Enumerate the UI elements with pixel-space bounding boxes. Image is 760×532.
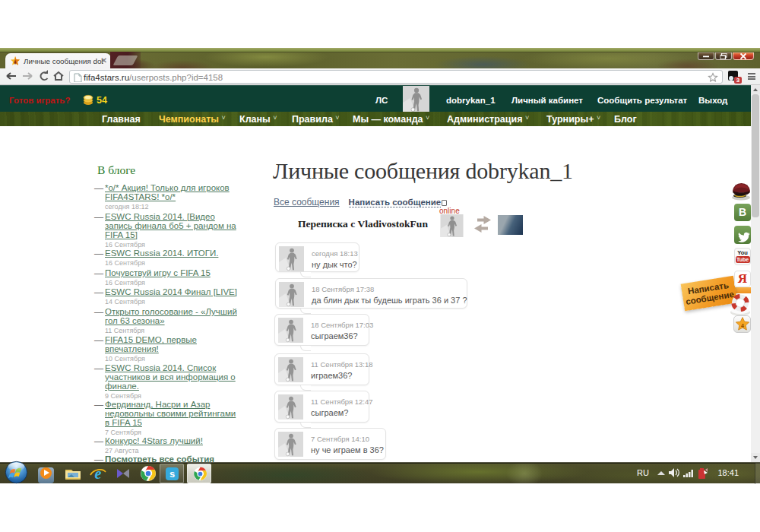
svg-text:e: e [95,465,102,482]
svg-text:s: s [169,468,175,480]
svg-text:4: 4 [741,323,744,328]
